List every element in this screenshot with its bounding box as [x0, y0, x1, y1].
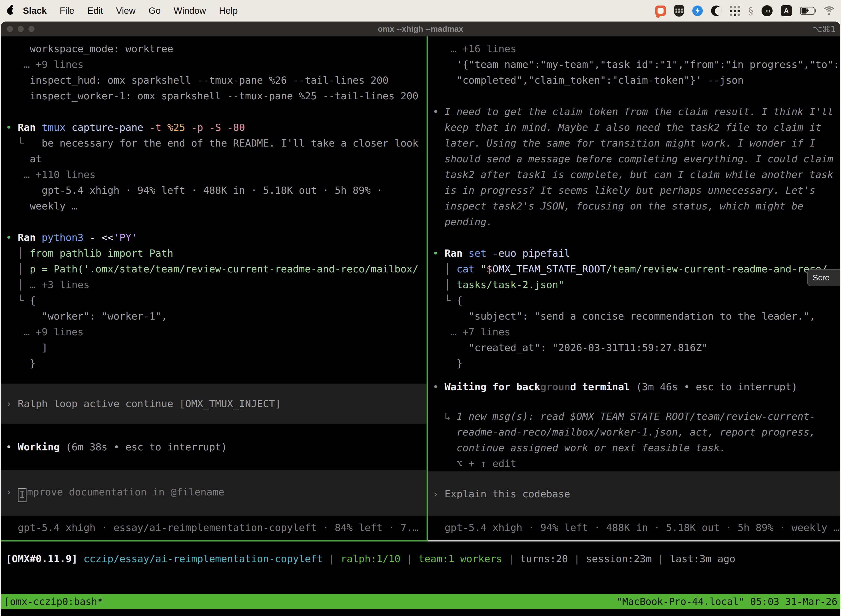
- left-pane-footer: gpt-5.4 xhigh · essay/ai-reimplementatio…: [1, 516, 426, 540]
- terminal-line: gpt-5.4 xhigh · essay/ai-reimplementatio…: [1, 520, 426, 535]
- terminal-line: is in progress? It seems likely but perh…: [428, 182, 840, 198]
- terminal-line: ⌥ + ↑ edit: [428, 456, 840, 471]
- terminal-line: "worker": "worker-1",: [1, 308, 426, 324]
- space: [1, 37, 426, 41]
- s-curve-icon[interactable]: §: [748, 4, 753, 17]
- apple-menu-icon[interactable]: [7, 7, 13, 15]
- desktop: Slack FileEditViewGoWindowHelp § ..61 A: [0, 0, 841, 616]
- terminal-pane-left[interactable]: workspace_mode: worktree … +9 lines insp…: [1, 37, 426, 540]
- terminal-line: • Working (6m 38s • esc to interrupt): [1, 439, 426, 455]
- terminal-line: workspace_mode: worktree: [1, 41, 426, 57]
- terminal-line: › Ralph loop active continue [OMX_TMUX_I…: [1, 396, 426, 412]
- ralph-loop-banner[interactable]: › Ralph loop active continue [OMX_TMUX_I…: [1, 384, 426, 424]
- terminal-line: gpt-5.4 xhigh · 94% left · 488K in · 5.1…: [1, 182, 426, 198]
- terminal-line: › Explain this codebase: [428, 486, 840, 502]
- terminal-line: inspect_hud: omx sparkshell --tmux-pane …: [1, 72, 426, 88]
- dots-grid-icon[interactable]: [730, 4, 740, 17]
- space: [428, 371, 840, 379]
- terminal-line: • Ran tmux capture-pane -t %25 -p -S -80: [1, 119, 426, 135]
- terminal-line: └ be necessary for the end of the README…: [1, 135, 426, 151]
- crescent-app-icon[interactable]: [711, 4, 722, 17]
- menu-item-file[interactable]: File: [60, 6, 74, 16]
- terminal-line: │ cat "$OMX_TEAM_STATE_ROOT/team/review-…: [428, 261, 840, 277]
- terminal-line: │ tasks/task-2.json": [428, 277, 840, 293]
- terminal-line: later. Using the same for transition mig…: [428, 135, 840, 151]
- terminal-window: omx --xhigh --madmax ⌥⌘1 workspace_mode:…: [1, 22, 840, 616]
- terminal-line: • Waiting for background terminal (3m 46…: [428, 379, 840, 395]
- terminal-line: │ … +3 lines: [1, 277, 426, 293]
- menu-item-view[interactable]: View: [116, 6, 135, 16]
- terminal-line: └ {: [1, 293, 426, 308]
- terminal-line: should send a message before completing …: [428, 151, 840, 167]
- terminal-line: … +9 lines: [1, 57, 426, 72]
- battery-icon[interactable]: [800, 4, 815, 17]
- input-source-icon[interactable]: A: [781, 4, 792, 17]
- terminal-line: … +7 lines: [428, 324, 840, 340]
- terminal-line: ↳ 1 new msg(s): read $OMX_TEAM_STATE_ROO…: [428, 408, 840, 424]
- terminal-line: │ p = Path('.omx/state/team/review-curre…: [1, 261, 426, 277]
- menu-bar-status-icons: § ..61 A: [655, 4, 835, 17]
- terminal-line: [428, 230, 840, 245]
- shield-grid-icon[interactable]: [674, 4, 684, 17]
- menu-item-help[interactable]: Help: [219, 6, 238, 16]
- terminal-line: at: [1, 151, 426, 167]
- terminal-line: └ {: [428, 293, 840, 308]
- tooltip-text: Scre: [813, 273, 830, 282]
- terminal-line: • Ran python3 - <<'PY': [1, 230, 426, 245]
- improve-docs-prompt[interactable]: › Improve documentation in @filename: [1, 470, 426, 516]
- terminal-line: • I need to get the claim token from the…: [428, 104, 840, 119]
- terminal-line: task2 after task1 is complete, but can I…: [428, 167, 840, 182]
- terminal-line: │ from pathlib import Path: [1, 245, 426, 261]
- menu-item-window[interactable]: Window: [174, 6, 206, 16]
- window-shortcut-hint: ⌥⌘1: [813, 24, 840, 34]
- percent-badge-icon[interactable]: ..61: [762, 4, 772, 17]
- terminal-line: continue assigned work or next feasible …: [428, 440, 840, 456]
- menu-items: FileEditViewGoWindowHelp: [60, 6, 237, 16]
- window-titlebar[interactable]: omx --xhigh --madmax ⌥⌘1: [1, 22, 840, 37]
- terminal-line: '{"team_name":"my-team","task_id":"1","f…: [428, 57, 840, 72]
- terminal-line: inspect task2's JSON, focusing on the st…: [428, 198, 840, 214]
- terminal-line: inspect_worker-1: omx sparkshell --tmux-…: [1, 88, 426, 104]
- terminal-line: readme-and-reco/mailbox/worker-1.json, a…: [428, 424, 840, 440]
- terminal-line: pending.: [428, 214, 840, 230]
- terminal-line: gpt-5.4 xhigh · 94% left · 488K in · 5.1…: [428, 520, 840, 535]
- menu-bar: Slack FileEditViewGoWindowHelp § ..61 A: [0, 0, 841, 22]
- terminal-line: }: [1, 355, 426, 371]
- tmux-host-clock: "MacBook-Pro-44.local" 05:03 31-Mar-26: [617, 596, 840, 607]
- terminal-line: … +9 lines: [1, 324, 426, 340]
- menu-item-go[interactable]: Go: [148, 6, 161, 16]
- tmux-session-label: [omx-cczip0:bash*: [1, 596, 103, 607]
- pane-bottom-border-active: [1, 540, 428, 541]
- blue-bolt-icon[interactable]: [692, 4, 703, 17]
- terminal-line: • Ran set -euo pipefail: [428, 245, 840, 261]
- terminal-line: keep that in mind. Maybe I also need the…: [428, 119, 840, 135]
- terminal-pane-right[interactable]: … +16 lines '{"team_name":"my-team","tas…: [428, 37, 840, 540]
- right-pane-footer: gpt-5.4 xhigh · 94% left · 488K in · 5.1…: [428, 516, 840, 540]
- tooltip: Scre: [807, 269, 840, 286]
- menu-item-edit[interactable]: Edit: [87, 6, 103, 16]
- terminal-line: … +110 lines: [1, 167, 426, 182]
- tmux-status-bar: [omx-cczip0:bash* "MacBook-Pro-44.local"…: [1, 594, 840, 609]
- window-title: omx --xhigh --madmax: [1, 25, 840, 34]
- terminal-line: weekly …: [1, 198, 426, 214]
- omx-status-line: [OMX#0.11.9] cczip/essay/ai-reimplementa…: [1, 551, 840, 567]
- menu-app-name[interactable]: Slack: [23, 6, 47, 16]
- chat-app-icon[interactable]: [655, 4, 666, 17]
- space: [428, 395, 840, 408]
- terminal-line: [1, 214, 426, 230]
- terminal-line: ]: [1, 340, 426, 355]
- wifi-icon[interactable]: [823, 4, 835, 17]
- working-status: • Working (6m 38s • esc to interrupt): [1, 424, 426, 470]
- pane-bottom-border-inactive: [428, 540, 840, 541]
- space: [1, 371, 426, 384]
- terminal-line: }: [428, 355, 840, 371]
- terminal-line: "completed","claim_token":"claim-token"}…: [428, 72, 840, 88]
- terminal-line: … +16 lines: [428, 41, 840, 57]
- explain-codebase-prompt[interactable]: › Explain this codebase: [428, 471, 840, 516]
- space: [428, 37, 840, 41]
- terminal-line: "created_at": "2026-03-31T11:59:27.816Z": [428, 340, 840, 355]
- terminal-line: [428, 88, 840, 104]
- terminal-line: › Improve documentation in @filename: [1, 484, 426, 502]
- terminal-line: [1, 104, 426, 119]
- terminal-line: "subject": "send a concise recommendatio…: [428, 308, 840, 324]
